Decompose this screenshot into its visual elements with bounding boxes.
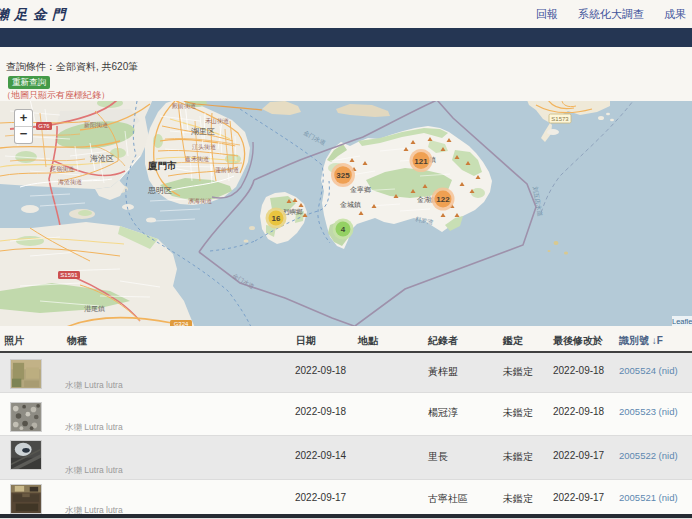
svg-text:122: 122 xyxy=(436,195,450,204)
svg-text:禾山街道: 禾山街道 xyxy=(205,118,229,125)
svg-text:325: 325 xyxy=(336,171,350,180)
svg-text:金寧鄉: 金寧鄉 xyxy=(350,186,371,193)
svg-text:G76: G76 xyxy=(38,123,50,129)
svg-text:濱海街道: 濱海街道 xyxy=(188,197,212,205)
svg-text:4: 4 xyxy=(341,225,346,234)
svg-text:湖里区: 湖里区 xyxy=(191,127,215,136)
svg-text:海沧街道: 海沧街道 xyxy=(58,179,82,186)
svg-text:S1573: S1573 xyxy=(551,116,569,122)
svg-text:思明区: 思明区 xyxy=(147,186,172,195)
svg-text:廈門市: 廈門市 xyxy=(147,160,177,171)
svg-text:蓮前街道: 蓮前街道 xyxy=(215,167,239,174)
svg-text:16: 16 xyxy=(272,214,281,223)
svg-text:江头街道: 江头街道 xyxy=(192,144,216,151)
svg-text:海沧区: 海沧区 xyxy=(90,154,114,163)
svg-text:121: 121 xyxy=(414,157,428,166)
svg-text:炬嶺街道: 炬嶺街道 xyxy=(50,166,74,173)
svg-text:新阳街道: 新阳街道 xyxy=(84,121,108,129)
svg-text:G324: G324 xyxy=(174,321,189,326)
svg-text:S1591: S1591 xyxy=(60,272,78,278)
svg-text:嘉禾街道: 嘉禾街道 xyxy=(185,156,209,163)
svg-text:港尾鎮: 港尾鎮 xyxy=(84,305,105,313)
svg-text:殿前街道: 殿前街道 xyxy=(172,103,196,110)
svg-text:金城鎮: 金城鎮 xyxy=(340,201,361,209)
